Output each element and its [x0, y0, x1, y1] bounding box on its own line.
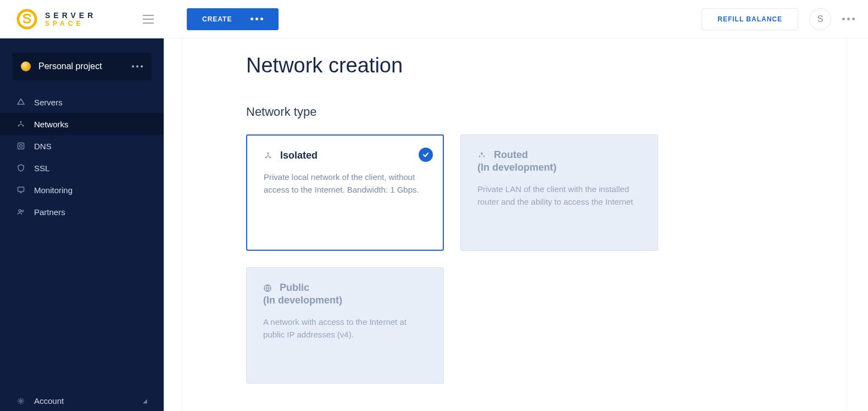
logo-text-bottom: SPACE: [45, 20, 96, 27]
logo-text-top: SERVER: [45, 12, 96, 19]
svg-point-7: [19, 210, 21, 212]
card-description: A network with access to the Internet at…: [263, 316, 427, 341]
sidebar-item-account[interactable]: Account ◢: [0, 389, 164, 411]
network-type-card-public: Public (In development) A network with a…: [246, 267, 444, 384]
users-icon: [16, 207, 25, 216]
header-more-icon[interactable]: [842, 18, 855, 20]
svg-rect-6: [18, 187, 24, 192]
isolated-icon: [264, 151, 272, 160]
network-icon: [16, 120, 25, 128]
sidebar-item-label: SSL: [34, 164, 49, 173]
sidebar-item-label: Monitoring: [34, 185, 73, 195]
card-dev-label: (In development): [263, 295, 427, 306]
routed-icon: [477, 151, 486, 160]
svg-rect-4: [18, 143, 24, 149]
create-button-label: CREATE: [202, 15, 232, 23]
dns-icon: [16, 142, 25, 150]
account-label: Account: [34, 396, 64, 406]
sidebar-item-partners[interactable]: Partners: [0, 201, 164, 223]
globe-icon: [263, 284, 272, 292]
svg-point-5: [20, 145, 23, 148]
sidebar-item-dns[interactable]: DNS: [0, 135, 164, 157]
project-dot-icon: [21, 61, 31, 71]
sidebar-item-label: Networks: [34, 120, 69, 129]
project-selector[interactable]: Personal project: [12, 53, 152, 80]
card-description: Private LAN of the client with the insta…: [477, 183, 641, 208]
svg-point-10: [267, 152, 269, 154]
create-button[interactable]: CREATE: [187, 8, 279, 30]
network-type-card-isolated[interactable]: Isolated Private local network of the cl…: [246, 134, 444, 251]
card-title: Isolated: [280, 150, 318, 161]
sidebar-item-ssl[interactable]: SSL: [0, 157, 164, 179]
network-type-card-routed: Routed (In development) Private LAN of t…: [460, 134, 658, 251]
sidebar-item-networks[interactable]: Networks: [0, 113, 164, 135]
card-description: Private local network of the client, wit…: [264, 171, 426, 196]
server-icon: [16, 98, 25, 106]
sidebar-item-label: Partners: [34, 207, 65, 217]
menu-toggle-icon[interactable]: [143, 15, 154, 24]
project-label: Personal project: [38, 61, 102, 71]
svg-point-1: [20, 121, 22, 123]
sidebar-item-servers[interactable]: Servers: [0, 91, 164, 113]
sidebar-item-label: Servers: [34, 98, 63, 107]
card-title: Public: [280, 282, 309, 294]
chevron-up-icon: ◢: [143, 398, 147, 404]
page-title: Network creation: [246, 54, 784, 77]
card-dev-label: (In development): [477, 162, 641, 173]
more-icon: [251, 18, 263, 20]
shield-icon: [16, 164, 25, 172]
section-title: Network type: [246, 105, 784, 119]
card-title: Routed: [494, 149, 528, 161]
project-more-icon: [132, 65, 143, 67]
sidebar-item-monitoring[interactable]: Monitoring: [0, 179, 164, 201]
svg-point-8: [21, 210, 23, 212]
svg-point-0: [18, 10, 36, 27]
svg-point-9: [20, 400, 22, 402]
check-icon: [419, 148, 433, 162]
sidebar-item-label: DNS: [34, 142, 52, 151]
logo-icon: [16, 9, 37, 30]
gear-icon: [16, 397, 25, 406]
avatar[interactable]: S: [809, 8, 831, 30]
monitor-icon: [16, 185, 25, 194]
refill-balance-button[interactable]: REFILL BALANCE: [702, 8, 798, 30]
